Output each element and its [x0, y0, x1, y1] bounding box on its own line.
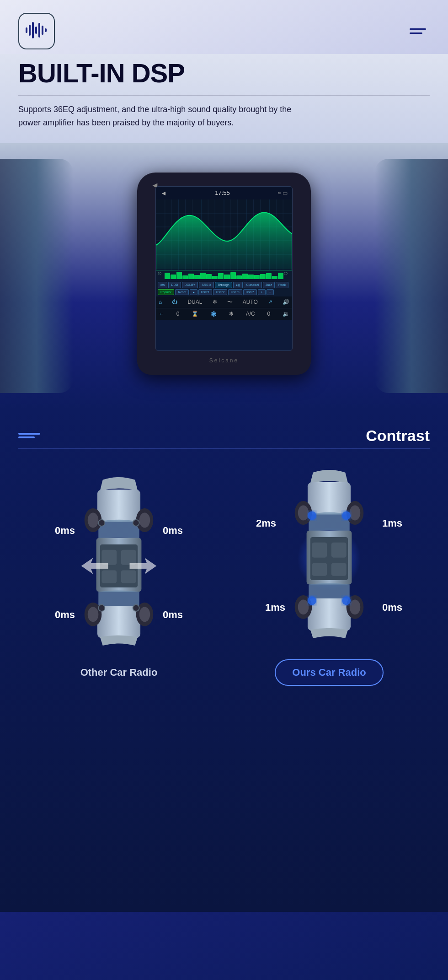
home-icon: ⌂ — [159, 299, 162, 305]
svg-rect-34 — [121, 570, 136, 583]
title-section: BUILT-IN DSP Supports 36EQ adjustment, a… — [0, 54, 448, 143]
eq-popular-btn[interactable]: Popular — [158, 289, 174, 295]
svg-point-39 — [139, 512, 150, 528]
eq-classical-btn[interactable]: Classical — [244, 282, 262, 288]
svg-rect-5 — [42, 26, 43, 35]
eq-reset-btn[interactable]: Reset — [175, 289, 189, 295]
svg-rect-33 — [101, 570, 117, 583]
svg-point-61 — [298, 599, 309, 614]
page-title: BUILT-IN DSP — [18, 59, 430, 88]
eq-minus-btn[interactable]: − — [267, 289, 274, 295]
contrast-divider — [18, 448, 430, 449]
eq-dot-btn[interactable]: ● — [190, 289, 197, 295]
back-nav-icon: ← — [159, 311, 164, 317]
temp2-display: 0 — [267, 311, 270, 317]
svg-point-37 — [88, 512, 99, 528]
radio-screen: ◄ 17:55 ≈ ▭ — [155, 186, 293, 351]
screen-time: 17:55 — [215, 189, 230, 196]
screen-second-controls: ← 0 ⌛ ❃ ❃ A/C 0 🔉 — [156, 308, 292, 320]
wind-icon: ↗ — [268, 299, 272, 305]
subtitle-text: Supports 36EQ adjustment, and the ultra-… — [18, 103, 311, 143]
svg-point-57 — [298, 505, 309, 520]
vol-up-icon: 🔊 — [283, 299, 289, 305]
eq-presets: dts DDD DOLBY SRS⊙ Through ●)) Classical… — [156, 280, 292, 296]
interior-left — [0, 159, 73, 393]
ac-mode-icon: 〜 — [227, 298, 233, 306]
svg-point-64 — [308, 511, 316, 520]
eq-plus-btn[interactable]: + — [258, 289, 265, 295]
other-car-side: 0ms 0ms 0ms 0ms — [18, 474, 219, 678]
fan-center-icon: ❃ — [211, 310, 217, 318]
svg-rect-28 — [97, 490, 140, 522]
freq-bars-row: 20 — [156, 270, 292, 280]
eq-jazz-btn[interactable]: Jazz — [263, 282, 275, 288]
screen-status-icons: ≈ ▭ — [278, 190, 288, 196]
other-tl-timing: 0ms — [55, 525, 75, 537]
eq-srs-btn[interactable]: SRS⊙ — [199, 282, 213, 288]
other-bl-timing: 0ms — [55, 609, 75, 621]
svg-point-46 — [98, 605, 105, 611]
eq-rock-btn[interactable]: Rock — [276, 282, 288, 288]
eq-dolby-btn[interactable]: DOLBY — [182, 282, 198, 288]
ours-car-label-button[interactable]: Ours Car Radio — [275, 659, 383, 686]
svg-rect-6 — [45, 28, 47, 32]
contrast-title: Contrast — [366, 427, 430, 445]
svg-point-43 — [139, 607, 150, 622]
svg-point-67 — [342, 596, 351, 605]
dual-label: DUAL — [187, 299, 202, 305]
ours-car-view: 2ms 1ms 1ms 0ms — [270, 467, 389, 650]
eq-user5-btn[interactable]: User5 — [243, 289, 257, 295]
svg-rect-54 — [331, 563, 347, 576]
eq-svg — [156, 199, 292, 270]
temp-display: 0 — [176, 311, 180, 317]
menu-button[interactable] — [406, 25, 430, 38]
fan-right-icon: ❃ — [229, 311, 234, 317]
ac-icon: A/C — [246, 311, 255, 317]
interior-right — [375, 159, 448, 393]
svg-rect-31 — [101, 550, 117, 565]
contrast-lines-icon — [18, 433, 40, 438]
other-car-label-container: Other Car Radio — [80, 667, 158, 678]
screen-bottom-controls: ⌂ ⏻ DUAL ❄ 〜 AUTO ↗ 🔊 — [156, 296, 292, 308]
power-icon: ⏻ — [172, 299, 177, 305]
svg-point-63 — [350, 599, 361, 614]
eq-through-btn[interactable]: Through — [215, 282, 232, 288]
svg-rect-52 — [331, 543, 347, 558]
logo-icon — [25, 18, 48, 44]
car-section: ◄ ◄ 17:55 ≈ ▭ — [0, 143, 448, 409]
svg-rect-3 — [35, 27, 37, 34]
cars-comparison: 0ms 0ms 0ms 0ms — [18, 467, 430, 686]
eq-user3-btn[interactable]: User3 — [228, 289, 242, 295]
hamburger-line-2 — [410, 32, 422, 34]
title-divider — [18, 95, 430, 96]
header — [0, 0, 448, 54]
other-car-svg — [59, 474, 178, 657]
eq-sound-btn[interactable]: ●)) — [233, 282, 243, 288]
other-car-view: 0ms 0ms 0ms 0ms — [59, 474, 178, 657]
svg-point-47 — [133, 605, 139, 611]
svg-point-65 — [342, 511, 351, 520]
eq-user1-btn[interactable]: User1 — [198, 289, 213, 295]
svg-rect-2 — [32, 22, 34, 38]
screen-back-icon: ◄ — [160, 189, 167, 197]
radio-unit: ◄ ◄ 17:55 ≈ ▭ — [137, 172, 311, 375]
svg-point-41 — [88, 607, 99, 622]
svg-rect-53 — [312, 563, 327, 576]
eq-ddd-btn[interactable]: DDD — [168, 282, 181, 288]
svg-rect-1 — [29, 25, 31, 36]
svg-rect-32 — [121, 550, 136, 565]
eq-dts-btn[interactable]: dts — [158, 282, 167, 288]
eq-graph — [156, 199, 292, 270]
svg-point-45 — [133, 520, 139, 526]
hamburger-line-1 — [410, 28, 426, 30]
fan-left-icon: ⌛ — [192, 311, 198, 317]
svg-point-66 — [308, 596, 316, 605]
screen-header: ◄ 17:55 ≈ ▭ — [156, 187, 292, 199]
ours-car-svg — [270, 467, 389, 650]
ours-car-label-container: Ours Car Radio — [275, 659, 383, 686]
brand-label: Seicane — [155, 355, 293, 366]
eq-user2-btn[interactable]: User2 — [213, 289, 227, 295]
contrast-section: Contrast 0ms 0ms 0ms 0ms — [0, 409, 448, 912]
svg-point-44 — [98, 520, 105, 526]
svg-point-59 — [350, 505, 361, 520]
